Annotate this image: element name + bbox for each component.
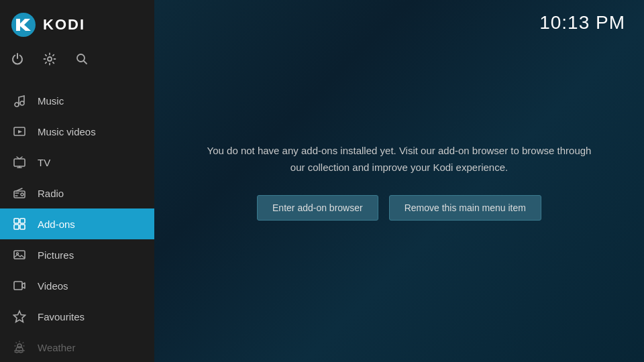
svg-rect-11 [14,219,19,223]
search-button[interactable] [75,52,89,69]
sidebar-item-tv-label: TV [38,157,50,168]
time-display: 10:13 PM [539,12,625,34]
sidebar-item-pictures[interactable]: Pictures [0,239,154,270]
sidebar-actions [0,47,154,80]
favourites-icon [12,309,27,324]
kodi-wordmark: KODI [43,16,85,34]
sidebar-item-weather[interactable]: Weather [0,332,154,362]
svg-marker-7 [18,130,22,133]
content-area: You do not have any add-ons installed ye… [164,129,634,234]
no-addons-message: You do not have any add-ons installed ye… [205,142,594,176]
sidebar-item-music[interactable]: Music [0,85,154,116]
sidebar: KODI [0,0,154,362]
svg-rect-14 [20,225,25,229]
music-icon [12,93,27,108]
kodi-logo-icon [11,12,36,38]
radio-icon [12,186,27,200]
svg-rect-13 [14,225,19,229]
sidebar-item-favourites[interactable]: Favourites [0,301,154,332]
svg-rect-12 [20,219,25,223]
videos-icon [12,278,27,293]
svg-rect-15 [14,251,25,259]
sidebar-item-music-label: Music [38,95,64,107]
sidebar-item-add-ons[interactable]: Add-ons [0,208,154,239]
svg-point-3 [77,54,85,62]
sidebar-item-videos-label: Videos [38,280,68,292]
main-content: 10:13 PM You do not have any add-ons ins… [154,0,644,362]
sidebar-item-add-ons-label: Add-ons [38,219,75,230]
tv-icon [12,155,27,170]
sidebar-nav: Music Music videos TV [0,85,154,362]
svg-point-4 [15,103,19,107]
pictures-icon [12,247,27,262]
sidebar-item-tv[interactable]: TV [0,147,154,178]
enter-addon-browser-button[interactable]: Enter add-on browser [257,195,378,221]
svg-point-5 [20,101,24,105]
sidebar-item-radio[interactable]: Radio [0,178,154,208]
power-button[interactable] [11,52,24,69]
sidebar-item-music-videos-label: Music videos [38,126,96,137]
settings-button[interactable] [43,52,56,69]
sidebar-header: KODI [0,0,154,47]
sidebar-item-weather-label: Weather [38,342,75,353]
svg-rect-8 [14,159,25,166]
sidebar-item-pictures-label: Pictures [38,249,74,261]
sidebar-item-radio-label: Radio [38,188,64,199]
svg-point-10 [21,193,23,196]
add-ons-icon [12,217,27,231]
sidebar-item-videos[interactable]: Videos [0,270,154,301]
remove-menu-item-button[interactable]: Remove this main menu item [389,195,541,221]
action-buttons: Enter add-on browser Remove this main me… [257,195,541,221]
svg-rect-17 [14,282,22,290]
svg-marker-18 [14,311,25,322]
svg-point-2 [48,57,52,61]
weather-icon [12,340,27,355]
sidebar-item-favourites-label: Favourites [38,311,85,322]
music-videos-icon [12,124,27,139]
sidebar-item-music-videos[interactable]: Music videos [0,116,154,147]
